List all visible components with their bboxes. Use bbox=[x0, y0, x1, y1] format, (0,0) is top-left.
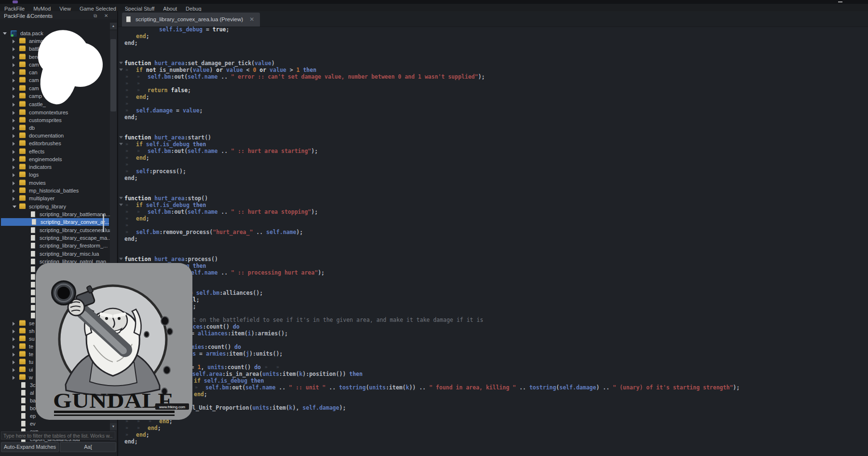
code-line: »»»»end; bbox=[118, 411, 868, 418]
code-line: »local units = nil; bbox=[118, 303, 868, 310]
code-line: »local alliances = self.bm:alliances(); bbox=[118, 290, 868, 296]
code-line bbox=[118, 46, 868, 53]
tree-item-scripting-library-firestorm-[interactable]: scripting_library_firestorm_... bbox=[0, 242, 110, 249]
folder-icon bbox=[19, 110, 26, 115]
fold-marker-icon[interactable] bbox=[119, 204, 123, 206]
code-line: »if self.is_debug then bbox=[118, 202, 868, 208]
tree-item-enginemodels[interactable]: enginemodels bbox=[0, 155, 110, 163]
expand-arrow-icon[interactable] bbox=[13, 330, 15, 333]
expand-arrow-icon[interactable] bbox=[13, 95, 15, 98]
folder-icon bbox=[19, 86, 26, 91]
tab-whitespace-icon: » bbox=[137, 148, 140, 154]
fold-marker-icon[interactable] bbox=[119, 143, 123, 145]
expand-arrow-icon[interactable] bbox=[13, 197, 15, 201]
tree-item-scripting-library-convex-ar-[interactable]: scripting_library_convex_ar... bbox=[1, 218, 109, 226]
folder-icon bbox=[19, 149, 26, 154]
tree-item-logs[interactable]: logs bbox=[0, 171, 110, 179]
expand-arrow-icon[interactable] bbox=[13, 134, 15, 138]
tree-item-db[interactable]: db bbox=[0, 124, 110, 132]
code-line bbox=[118, 121, 868, 127]
expand-arrow-icon[interactable] bbox=[13, 360, 15, 364]
tab-scripting-library-convex-area[interactable]: scripting_library_convex_area.lua (Previ… bbox=[122, 13, 260, 27]
tree-item-scripting-library[interactable]: scripting_library bbox=[0, 203, 110, 210]
tab-label: scripting_library_convex_area.lua (Previ… bbox=[136, 16, 243, 22]
tree-scroll-handle[interactable] bbox=[103, 214, 104, 232]
tree-item-customsprites[interactable]: customsprites bbox=[0, 116, 110, 124]
folder-icon bbox=[19, 39, 26, 43]
collapse-arrow-icon[interactable] bbox=[3, 32, 7, 35]
expand-arrow-icon[interactable] bbox=[13, 158, 15, 162]
file-icon bbox=[31, 282, 35, 288]
auto-expand-matches-button[interactable]: Auto-Expand Matches bbox=[1, 442, 59, 452]
tree-item-ev[interactable]: ev bbox=[0, 420, 110, 428]
expand-arrow-icon[interactable] bbox=[13, 87, 15, 91]
code-surface[interactable]: self.is_debug = true;end;end;function hu… bbox=[118, 27, 868, 456]
fold-marker-icon[interactable] bbox=[119, 197, 123, 199]
close-panel-icon[interactable]: ✕ bbox=[104, 13, 108, 18]
tree-item-movies[interactable]: movies bbox=[0, 179, 110, 187]
tree-item-scripting-library-escape-ma-[interactable]: scripting_library_escape_ma... bbox=[0, 234, 110, 242]
code-editor[interactable]: scripting_library_convex_area.lua (Previ… bbox=[118, 11, 868, 456]
file-icon bbox=[31, 235, 35, 241]
expand-arrow-icon[interactable] bbox=[13, 173, 15, 177]
tree-item-scripting-library-battlemana-[interactable]: scripting_library_battlemana... bbox=[0, 210, 110, 218]
expand-arrow-icon[interactable] bbox=[13, 189, 15, 193]
case-sensitive-button[interactable]: Aa[ bbox=[60, 442, 116, 452]
fold-marker-icon[interactable] bbox=[119, 69, 123, 71]
expand-arrow-icon[interactable] bbox=[13, 337, 15, 341]
tab-whitespace-icon: » bbox=[137, 80, 140, 87]
folder-icon bbox=[19, 352, 26, 357]
fold-marker-icon[interactable] bbox=[119, 258, 123, 260]
expand-arrow-icon[interactable] bbox=[13, 150, 15, 154]
tree-scrollbar-thumb[interactable] bbox=[110, 39, 116, 111]
scroll-up-icon[interactable]: ▲ bbox=[110, 23, 117, 29]
folder-icon bbox=[19, 133, 26, 138]
fold-marker-icon[interactable] bbox=[119, 62, 123, 64]
file-icon bbox=[31, 266, 35, 272]
collapse-arrow-icon[interactable] bbox=[13, 206, 16, 208]
expand-arrow-icon[interactable] bbox=[13, 55, 15, 59]
float-panel-icon[interactable]: ⧉ bbox=[94, 13, 97, 19]
expand-arrow-icon[interactable] bbox=[13, 376, 15, 380]
expand-arrow-icon[interactable] bbox=[13, 322, 15, 326]
tree-item-scripting-library-cutscenes-lua[interactable]: scripting_library_cutscenes.lua bbox=[0, 226, 110, 234]
expand-arrow-icon[interactable] bbox=[13, 111, 15, 115]
expand-arrow-icon[interactable] bbox=[13, 119, 15, 123]
tab-close-icon[interactable]: ✕ bbox=[249, 16, 254, 23]
code-line: »»self.bm:out(self.name .. " :: processi… bbox=[118, 269, 868, 276]
tree-filter-input[interactable] bbox=[1, 431, 115, 440]
expand-arrow-icon[interactable] bbox=[13, 353, 15, 357]
code-line: »end; bbox=[118, 276, 868, 283]
expand-arrow-icon[interactable] bbox=[13, 47, 15, 51]
minimize-icon[interactable] bbox=[838, 1, 842, 2]
folder-icon bbox=[19, 102, 26, 107]
tree-item-indicators[interactable]: indicators bbox=[0, 163, 110, 171]
code-line: »»»»for k = 1, units:count() do»» bbox=[118, 364, 868, 371]
expand-arrow-icon[interactable] bbox=[13, 345, 15, 349]
tree-item-scripting-library-misc-lua[interactable]: scripting_library_misc.lua bbox=[0, 250, 110, 258]
fold-marker-icon[interactable] bbox=[119, 136, 123, 138]
expand-arrow-icon[interactable] bbox=[13, 368, 15, 372]
code-line: »»» bbox=[118, 357, 868, 364]
expand-arrow-icon[interactable] bbox=[13, 79, 15, 83]
file-icon bbox=[31, 290, 35, 295]
file-icon bbox=[31, 259, 35, 264]
tree-item-commontextures[interactable]: commontextures bbox=[0, 109, 110, 116]
expand-arrow-icon[interactable] bbox=[13, 181, 15, 185]
expand-arrow-icon[interactable] bbox=[13, 142, 15, 146]
expand-arrow-icon[interactable] bbox=[13, 40, 15, 43]
tree-item-effects[interactable]: effects bbox=[0, 148, 110, 155]
expand-arrow-icon[interactable] bbox=[13, 103, 15, 107]
tab-whitespace-icon: » bbox=[125, 94, 128, 100]
code-line: »»»»»if self.area:is_in_area(units:item(… bbox=[118, 371, 868, 377]
tree-item-mp-historical-battles[interactable]: mp_historical_battles bbox=[0, 187, 110, 194]
expand-arrow-icon[interactable] bbox=[13, 166, 15, 169]
expand-arrow-icon[interactable] bbox=[13, 71, 15, 75]
expand-arrow-icon[interactable] bbox=[13, 126, 15, 130]
tree-item-editorbrushes[interactable]: editorbrushes bbox=[0, 139, 110, 147]
file-icon bbox=[31, 305, 35, 311]
tree-item-multiplayer[interactable]: multiplayer bbox=[0, 194, 110, 202]
scroll-down-icon[interactable]: ▼ bbox=[110, 423, 117, 430]
tree-item-documentation[interactable]: documentation bbox=[0, 132, 110, 139]
expand-arrow-icon[interactable] bbox=[13, 63, 15, 67]
